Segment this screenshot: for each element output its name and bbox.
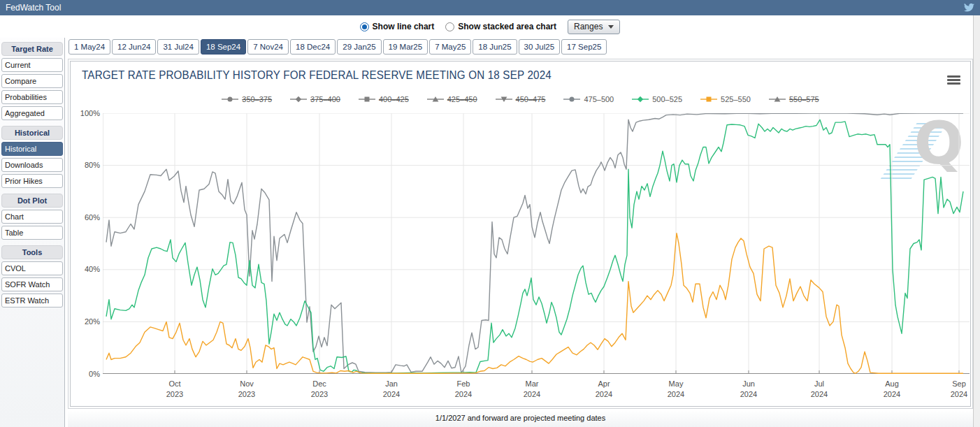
tab-12-jun24[interactable]: 12 Jun24 bbox=[112, 39, 156, 55]
meeting-date-tabs: 1 May2412 Jun2431 Jul2418 Sep247 Nov2418… bbox=[66, 38, 973, 57]
sidebar-item-compare[interactable]: Compare bbox=[1, 74, 63, 88]
legend-marker-square-icon bbox=[359, 96, 375, 103]
chart-panel: TARGET RATE PROBABILITY HISTORY FOR FEDE… bbox=[70, 61, 971, 407]
y-tick-label: 100% bbox=[75, 109, 100, 117]
sidebar-section-historical: Historical bbox=[1, 126, 63, 140]
x-tick-label: Jun2024 bbox=[721, 379, 777, 400]
legend-label: 425–450 bbox=[447, 95, 477, 103]
legend-marker-square-icon bbox=[700, 96, 717, 103]
twitter-icon[interactable] bbox=[964, 3, 974, 13]
sidebar-item-current[interactable]: Current bbox=[1, 58, 63, 72]
tab-18-dec24[interactable]: 18 Dec24 bbox=[290, 39, 336, 55]
chart-type-controls: Show line chartShow stacked area chartRa… bbox=[0, 17, 980, 36]
tab-18-sep24[interactable]: 18 Sep24 bbox=[201, 39, 246, 55]
x-tick-label: Apr2024 bbox=[576, 379, 632, 400]
legend-label: 450–475 bbox=[516, 95, 546, 103]
ranges-dropdown[interactable]: Ranges bbox=[568, 20, 620, 34]
chevron-down-icon bbox=[608, 25, 614, 29]
legend-label: 525–550 bbox=[721, 95, 751, 103]
legend-item-350-375[interactable]: 350–375 bbox=[222, 95, 272, 103]
legend-item-375-400[interactable]: 375–400 bbox=[290, 95, 340, 103]
content-area: 1 May2412 Jun2431 Jul2418 Sep247 Nov2418… bbox=[66, 38, 973, 427]
sidebar-section-dot-plot: Dot Plot bbox=[1, 194, 63, 208]
y-tick-label: 20% bbox=[75, 317, 100, 326]
app-title: FedWatch Tool bbox=[6, 3, 61, 13]
line-chart-svg bbox=[103, 113, 970, 374]
legend-label: 500–525 bbox=[652, 95, 682, 103]
x-tick-label: Feb2024 bbox=[435, 379, 491, 400]
x-tick-label: Mar2024 bbox=[504, 379, 560, 400]
sidebar-item-aggregated[interactable]: Aggregated bbox=[1, 106, 63, 120]
sidebar: Target RateCurrentCompareProbabilitiesAg… bbox=[0, 38, 65, 427]
y-tick-label: 0% bbox=[75, 370, 100, 378]
x-tick-label: May2024 bbox=[648, 379, 704, 400]
tab-18-jun25[interactable]: 18 Jun25 bbox=[473, 39, 517, 55]
legend-marker-diamond-icon bbox=[290, 96, 307, 103]
chart-menu-icon[interactable] bbox=[947, 74, 960, 86]
chart-title: TARGET RATE PROBABILITY HISTORY FOR FEDE… bbox=[82, 68, 552, 82]
x-tick-label: Oct2023 bbox=[147, 379, 203, 400]
y-tick-label: 60% bbox=[75, 213, 100, 222]
sidebar-item-probabilities[interactable]: Probabilities bbox=[1, 90, 63, 104]
sidebar-item-sofr-watch[interactable]: SOFR Watch bbox=[1, 277, 63, 291]
tab-1-may24[interactable]: 1 May24 bbox=[69, 39, 110, 55]
tab-19-mar25[interactable]: 19 Mar25 bbox=[383, 39, 428, 55]
x-tick-label: Jul2024 bbox=[791, 379, 847, 400]
tab-29-jan25[interactable]: 29 Jan25 bbox=[337, 39, 381, 55]
legend-item-500-525[interactable]: 500–525 bbox=[632, 95, 682, 103]
legend-label: 550–575 bbox=[789, 95, 819, 103]
scrollbar[interactable] bbox=[973, 15, 980, 427]
sidebar-item-prior-hikes[interactable]: Prior Hikes bbox=[1, 174, 63, 188]
sidebar-section-target-rate: Target Rate bbox=[1, 42, 63, 56]
legend-label: 400–425 bbox=[379, 95, 409, 103]
y-tick-label: 40% bbox=[75, 265, 100, 273]
legend-item-450-475[interactable]: 450–475 bbox=[496, 95, 546, 103]
series-line-500-525 bbox=[106, 120, 963, 373]
sidebar-item-chart[interactable]: Chart bbox=[1, 210, 63, 224]
tab-7-may25[interactable]: 7 May25 bbox=[429, 39, 471, 55]
sidebar-item-estr-watch[interactable]: ESTR Watch bbox=[1, 294, 63, 307]
chart-panel-outer: TARGET RATE PROBABILITY HISTORY FOR FEDE… bbox=[68, 59, 973, 409]
ranges-dropdown-label: Ranges bbox=[574, 22, 603, 31]
legend-item-400-425[interactable]: 400–425 bbox=[359, 95, 409, 103]
legend-item-475-500[interactable]: 475–500 bbox=[563, 95, 614, 103]
series-line-475-500 bbox=[106, 113, 963, 373]
series-line-525-550 bbox=[106, 233, 963, 374]
app-header: FedWatch Tool bbox=[0, 0, 980, 15]
radio-button-icon[interactable] bbox=[360, 22, 369, 31]
tab-7-nov24[interactable]: 7 Nov24 bbox=[247, 39, 289, 55]
sidebar-item-table[interactable]: Table bbox=[1, 226, 63, 240]
y-tick-label: 80% bbox=[75, 161, 100, 169]
radio-label: Show stacked area chart bbox=[458, 22, 556, 31]
legend-label: 375–400 bbox=[310, 95, 340, 103]
chart-legend: 350–375375–400400–425425–450450–475475–5… bbox=[71, 95, 970, 103]
legend-marker-triangle-up-icon bbox=[427, 96, 444, 103]
legend-marker-circle-icon bbox=[563, 96, 580, 103]
legend-item-425-450[interactable]: 425–450 bbox=[427, 95, 477, 103]
x-tick-label: Dec2023 bbox=[291, 379, 347, 400]
sidebar-section-tools: Tools bbox=[1, 245, 63, 259]
legend-marker-triangle-down-icon bbox=[496, 96, 512, 103]
x-tick-label: Aug2024 bbox=[864, 379, 920, 400]
legend-item-525-550[interactable]: 525–550 bbox=[700, 95, 751, 103]
legend-label: 475–500 bbox=[584, 95, 614, 103]
chart-footnote: 1/1/2027 and forward are projected meeti… bbox=[68, 410, 973, 427]
legend-marker-diamond-icon bbox=[632, 96, 649, 103]
legend-label: 350–375 bbox=[242, 95, 272, 103]
radio-show-line-chart[interactable]: Show line chart bbox=[360, 22, 435, 31]
legend-marker-circle-icon bbox=[222, 96, 238, 103]
plot-area: Q bbox=[103, 113, 970, 374]
tab-31-jul24[interactable]: 31 Jul24 bbox=[157, 39, 199, 55]
legend-marker-triangle-up-icon bbox=[769, 96, 786, 103]
sidebar-item-historical[interactable]: Historical bbox=[1, 142, 63, 156]
tab-30-jul25[interactable]: 30 Jul25 bbox=[519, 39, 560, 55]
tab-17-sep25[interactable]: 17 Sep25 bbox=[561, 39, 607, 55]
x-tick-label: Jan2024 bbox=[363, 379, 419, 400]
sidebar-item-downloads[interactable]: Downloads bbox=[1, 158, 63, 172]
sidebar-item-cvol[interactable]: CVOL bbox=[1, 261, 63, 275]
radio-button-icon[interactable] bbox=[445, 22, 454, 31]
x-tick-label: Nov2023 bbox=[219, 379, 275, 400]
radio-label: Show line chart bbox=[373, 22, 435, 31]
radio-show-stacked-area-chart[interactable]: Show stacked area chart bbox=[445, 22, 556, 31]
legend-item-550-575[interactable]: 550–575 bbox=[769, 95, 819, 103]
